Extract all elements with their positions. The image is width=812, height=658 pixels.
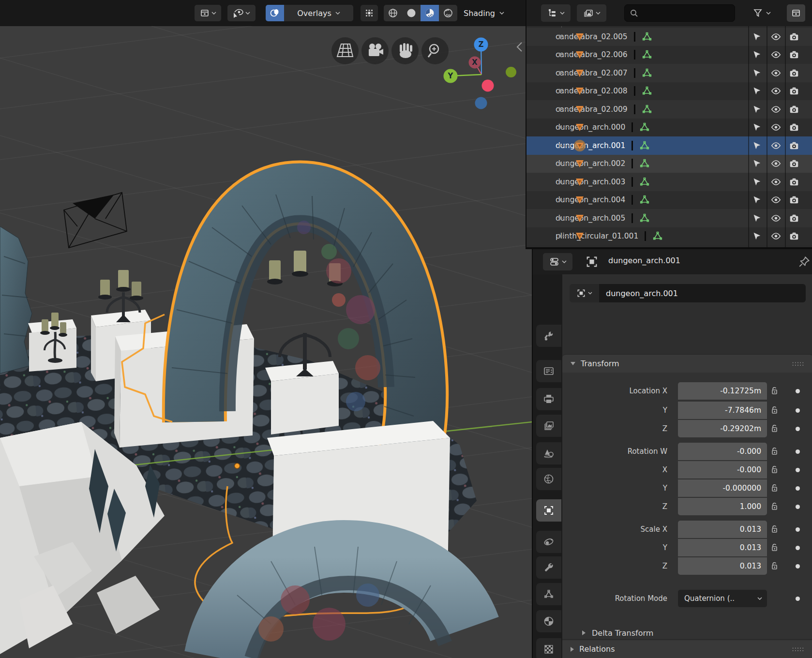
camera-view-button[interactable] — [361, 37, 389, 64]
overlays-button[interactable]: Overlays — [266, 5, 353, 21]
panel-drag-handle[interactable] — [792, 361, 804, 366]
material-preview-button[interactable] — [421, 5, 439, 21]
xray-toggle-button[interactable] — [361, 5, 378, 21]
hide-eye-icon[interactable] — [770, 31, 782, 42]
select-cursor-icon[interactable] — [752, 177, 762, 187]
wireframe-shading-button[interactable] — [384, 5, 402, 21]
hide-eye-icon[interactable] — [770, 68, 782, 78]
expand-arrow-icon[interactable] — [558, 124, 563, 130]
tab-output[interactable] — [536, 388, 561, 410]
expand-arrow-icon[interactable] — [558, 106, 563, 112]
animate-dot[interactable] — [796, 389, 800, 393]
tab-material[interactable] — [536, 610, 561, 632]
hide-eye-icon[interactable] — [770, 194, 782, 205]
select-cursor-icon[interactable] — [752, 31, 762, 42]
select-cursor-icon[interactable] — [752, 158, 762, 169]
expand-arrow-icon[interactable] — [558, 70, 563, 76]
tab-object[interactable] — [536, 499, 561, 522]
animate-dot[interactable] — [796, 597, 800, 601]
hide-eye-icon[interactable] — [770, 213, 782, 224]
outliner-row[interactable]: dungeon_arch.002 — [526, 155, 812, 173]
lock-icon[interactable] — [770, 386, 779, 396]
animate-dot[interactable] — [796, 486, 800, 491]
animate-dot[interactable] — [796, 427, 800, 431]
lock-icon[interactable] — [770, 502, 779, 511]
render-camera-icon[interactable] — [789, 158, 799, 169]
editor-type-outliner-button[interactable] — [541, 4, 571, 22]
outliner-row[interactable]: candelabra_02.009 — [526, 100, 812, 119]
select-cursor-icon[interactable] — [752, 140, 762, 151]
render-camera-icon[interactable] — [789, 68, 799, 78]
expand-arrow-icon[interactable] — [558, 161, 563, 166]
rotation-w-field[interactable]: -0.000 — [678, 443, 767, 460]
lock-icon[interactable] — [770, 561, 779, 571]
outliner-row[interactable]: candelabra_02.007 — [526, 64, 812, 82]
restriction-toggles-button[interactable] — [787, 4, 805, 22]
tab-tool[interactable] — [536, 325, 561, 347]
lock-icon[interactable] — [770, 424, 779, 434]
expand-arrow-icon[interactable] — [558, 233, 563, 239]
tab-world[interactable] — [536, 468, 561, 490]
tab-texture[interactable] — [536, 638, 561, 658]
tab-physics[interactable] — [536, 531, 561, 553]
hide-eye-icon[interactable] — [770, 49, 782, 60]
outliner-row[interactable]: dungeon_arch.005 — [526, 209, 812, 227]
expand-arrow-icon[interactable] — [558, 143, 563, 149]
outliner-row[interactable]: plinth_circular_01.001 — [526, 227, 812, 246]
lock-icon[interactable] — [770, 447, 779, 456]
rotation-x-field[interactable]: -0.000 — [678, 461, 767, 479]
lock-icon[interactable] — [770, 405, 779, 415]
tab-object-data[interactable] — [536, 583, 561, 605]
lock-icon[interactable] — [770, 465, 779, 475]
panel-drag-handle[interactable] — [792, 647, 804, 652]
filter-dropdown-button[interactable] — [752, 4, 771, 22]
rendered-shading-button[interactable] — [439, 5, 457, 21]
select-cursor-icon[interactable] — [752, 49, 762, 60]
outliner-row[interactable]: dungeon_arch.003 — [526, 173, 812, 191]
object-name-field[interactable]: dungeon_arch.001 — [599, 284, 806, 302]
expand-arrow-icon[interactable] — [558, 88, 563, 94]
lock-icon[interactable] — [770, 524, 779, 534]
render-camera-icon[interactable] — [789, 122, 799, 133]
search-input[interactable] — [641, 9, 728, 17]
editor-type-properties-button[interactable] — [543, 253, 572, 270]
animate-dot[interactable] — [796, 449, 800, 454]
location-y-field[interactable]: -7.7846m — [678, 402, 767, 419]
outliner-row[interactable]: dungeon_arch.004 — [526, 191, 812, 209]
render-camera-icon[interactable] — [789, 86, 799, 96]
outliner-row[interactable]: candelabra_02.008 — [526, 82, 812, 101]
hide-eye-icon[interactable] — [770, 122, 782, 133]
select-cursor-icon[interactable] — [752, 213, 762, 224]
rotation-mode-dropdown[interactable]: Quaternion (.. — [678, 590, 767, 607]
shading-dropdown-label[interactable]: Shading — [464, 9, 495, 18]
select-cursor-icon[interactable] — [752, 86, 762, 96]
render-camera-icon[interactable] — [789, 49, 799, 60]
expand-arrow-icon[interactable] — [558, 215, 563, 221]
select-cursor-icon[interactable] — [752, 68, 762, 78]
outliner-row[interactable]: candelabra_02.005 — [526, 28, 812, 46]
editor-divider[interactable] — [526, 247, 812, 249]
hide-eye-icon[interactable] — [770, 86, 782, 96]
expand-arrow-icon[interactable] — [558, 197, 563, 203]
outliner-row[interactable]: dungeon_arch.001 — [526, 136, 812, 155]
rotation-y-field[interactable]: -0.000000 — [678, 479, 767, 497]
projection-toggle-button[interactable] — [331, 37, 359, 64]
tab-scene[interactable] — [536, 442, 561, 464]
lock-icon[interactable] — [770, 543, 779, 553]
location-x-field[interactable]: -0.12725m — [678, 382, 767, 400]
tab-modifiers[interactable] — [536, 556, 561, 579]
render-camera-icon[interactable] — [789, 231, 799, 241]
zoom-view-button[interactable] — [421, 37, 449, 64]
tab-view-layer[interactable] — [536, 415, 561, 437]
render-camera-icon[interactable] — [789, 104, 799, 115]
render-camera-icon[interactable] — [789, 31, 799, 42]
tab-render[interactable] — [536, 360, 561, 382]
outliner-row[interactable]: candelabra_02.006 — [526, 46, 812, 64]
object-name-dropdown[interactable] — [570, 284, 599, 302]
select-cursor-icon[interactable] — [752, 104, 762, 115]
hide-eye-icon[interactable] — [770, 140, 782, 151]
lock-icon[interactable] — [770, 483, 779, 493]
animate-dot[interactable] — [796, 505, 800, 509]
animate-dot[interactable] — [796, 564, 800, 568]
solid-shading-button[interactable] — [402, 5, 421, 21]
